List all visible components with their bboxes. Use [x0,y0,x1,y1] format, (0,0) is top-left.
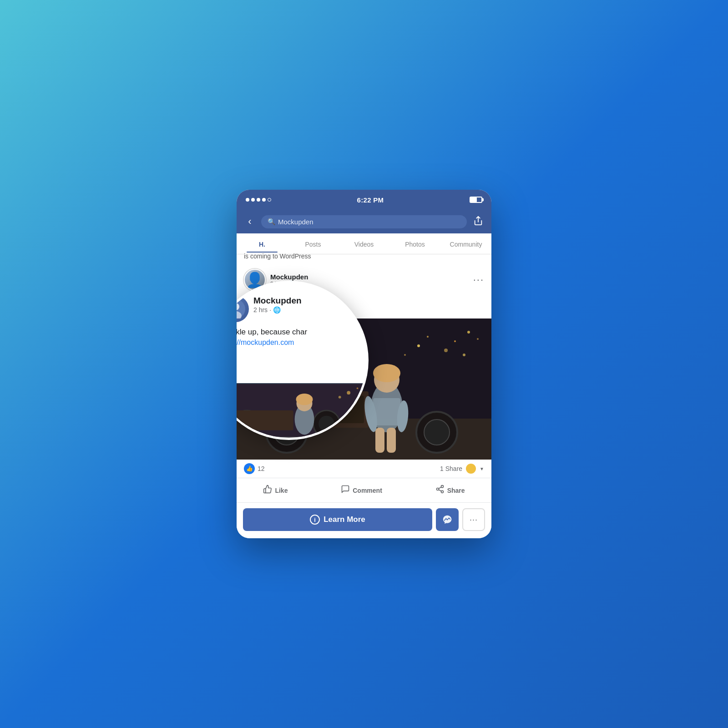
svg-point-11 [444,349,448,352]
messenger-icon [442,515,452,525]
more-dots-icon: ··· [470,515,478,525]
back-button[interactable]: ‹ [243,216,257,228]
svg-point-39 [347,391,350,394]
action-buttons: Like Comment Share [237,478,491,503]
zoom-author-details: Mockupden 2 hrs · 🌐 [253,296,355,313]
search-bar[interactable]: 🔍 Mockupden [261,215,467,228]
search-text: Mockupden [278,218,313,226]
svg-point-8 [424,420,450,445]
status-bar: 6:22 PM [237,190,491,210]
svg-point-38 [318,416,334,432]
more-options-button[interactable]: ··· [473,274,484,286]
svg-point-41 [339,396,341,399]
messenger-button[interactable] [436,508,459,531]
reactions-right: 1 Share ▼ [440,464,484,474]
svg-point-16 [404,354,406,356]
zoom-circle-overlay: Mockupden 2 hrs · 🌐 Buckle up, because c… [237,281,369,440]
svg-rect-20 [375,428,384,453]
battery-indicator [470,197,482,203]
signal-indicator [246,198,271,202]
post-coming-text: is coming to WordPress [237,253,491,263]
signal-dot-3 [257,198,260,202]
shares-count: 1 Share [440,465,462,472]
tab-posts[interactable]: Posts [288,235,339,253]
svg-point-44 [296,394,313,405]
tab-videos[interactable]: Videos [339,235,389,253]
zoom-time: 2 hrs [253,306,268,313]
battery-body [470,197,482,203]
tab-photos[interactable]: Photos [389,235,440,253]
svg-point-14 [477,338,479,340]
svg-rect-36 [237,410,293,430]
svg-line-28 [439,490,441,491]
phone-frame: 6:22 PM ‹ 🔍 Mockupden [237,190,491,538]
zoom-image-preview [237,383,366,438]
dropdown-arrow-icon: ▼ [480,466,484,471]
signal-dot-2 [251,198,255,202]
zoom-avatar-icon [237,299,245,318]
more-options-bottom-button[interactable]: ··· [462,508,485,531]
zoom-globe-icon: 🌐 [273,306,281,313]
comment-button[interactable]: Comment [334,481,389,500]
signal-dot-4 [262,198,266,202]
like-button[interactable]: Like [256,481,295,500]
zoom-separator: · [269,306,271,313]
like-badge: 👍 [244,463,255,474]
svg-line-29 [439,487,441,488]
thumbs-up-icon: 👍 [246,465,253,472]
battery-fill [470,197,477,202]
zoom-author-name: Mockupden [253,296,355,306]
search-icon: 🔍 [268,218,275,225]
comment-icon [341,485,350,496]
tab-community[interactable]: Community [440,235,491,253]
learn-more-label: Learn More [324,515,365,524]
zoom-image-svg [237,383,366,438]
svg-point-19 [373,364,400,382]
svg-point-15 [467,331,470,334]
zoom-link[interactable]: http://mockupden.com [237,339,294,346]
author-name: Mockupden [270,273,308,281]
signal-dot-5 [268,198,271,202]
share-button[interactable] [471,216,485,228]
tab-home[interactable]: H. [237,235,288,253]
svg-point-12 [454,340,456,342]
nav-bar: ‹ 🔍 Mockupden [237,210,491,233]
svg-point-40 [357,387,359,389]
share-label: Share [447,487,465,494]
comment-label: Comment [353,487,382,494]
tabs-bar: H. Posts Videos Photos Community [237,233,491,254]
reactions-left: 👍 12 [244,463,265,474]
reactions-row: 👍 12 1 Share ▼ [237,460,491,478]
share-button[interactable]: Share [428,481,472,500]
svg-point-13 [463,354,465,356]
signal-dot-1 [246,198,249,202]
bottom-bar: i Learn More ··· [237,503,491,538]
reaction-count: 12 [258,465,265,472]
user-avatar-small [466,464,476,474]
like-icon [263,485,272,496]
zoom-avatar [237,296,249,322]
svg-point-10 [427,336,429,338]
zoom-post-header: Mockupden 2 hrs · 🌐 [237,296,355,322]
learn-more-button[interactable]: i Learn More [243,508,432,531]
zoom-meta: 2 hrs · 🌐 [253,306,355,313]
svg-point-9 [417,344,420,347]
battery-tip [482,198,484,202]
like-label: Like [275,487,288,494]
zoom-content: Mockupden 2 hrs · 🌐 Buckle up, because c… [237,283,366,438]
zoom-body-text: Buckle up, because char [237,328,355,337]
svg-rect-22 [373,398,400,425]
status-time: 6:22 PM [357,196,384,204]
info-icon: i [310,515,320,525]
svg-rect-21 [387,428,396,453]
share-icon [435,485,445,496]
